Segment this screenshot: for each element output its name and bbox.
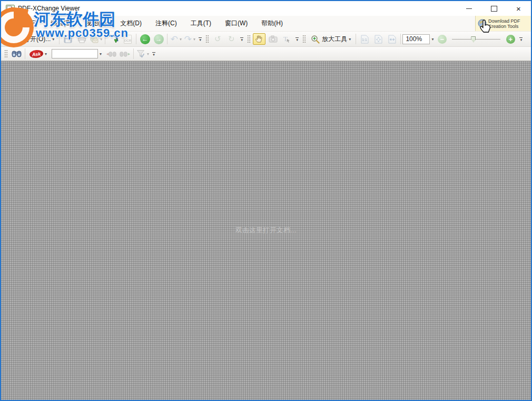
find-toolbar: Ask ▾ ▾ ◂ ▸ ▾ ▾ <box>1 46 531 61</box>
email-button: ▾ <box>89 33 103 45</box>
open-button[interactable]: 打开(O)... ▾ <box>10 33 57 45</box>
download-pdf-tools-button[interactable]: Download PDF Creation Tools <box>475 16 531 31</box>
document-area[interactable]: 双击这里打开文档... <box>1 61 531 400</box>
minimize-button[interactable] <box>457 1 481 16</box>
scan-import-button[interactable] <box>107 33 120 45</box>
toolbar-drag-handle[interactable] <box>247 35 251 43</box>
ask-logo-icon: Ask <box>29 49 43 58</box>
menu-tools[interactable]: 工具(T) <box>184 16 218 31</box>
ask-dropdown-icon[interactable]: ▾ <box>45 52 47 56</box>
search-input[interactable] <box>52 49 98 58</box>
binoculars-icon <box>109 51 116 57</box>
ask-search-provider-button[interactable]: Ask ▾ <box>27 48 49 60</box>
toolbar-overflow-button[interactable]: ▾ <box>152 52 155 56</box>
scan-import-icon <box>109 35 119 44</box>
open-button-label: 打开(O)... <box>24 35 51 44</box>
menu-help[interactable]: 帮助(H) <box>254 16 290 31</box>
empty-document-hint[interactable]: 双击这里打开文档... <box>235 226 297 235</box>
redo-dropdown-icon: ▾ <box>193 37 195 42</box>
filter-search-button: ▾ <box>136 48 150 60</box>
forward-icon: → <box>154 34 164 44</box>
search-next-arrow-icon: ▸ <box>128 51 131 56</box>
toolbar-overflow-button[interactable]: ▾ <box>199 37 202 41</box>
email-icon <box>90 35 98 43</box>
download-pdf-tools-label: Download PDF Creation Tools <box>488 18 520 29</box>
search-history-dropdown-icon[interactable]: ▾ <box>100 52 102 56</box>
open-dropdown-icon[interactable]: ▾ <box>52 37 54 42</box>
save-icon <box>64 35 72 43</box>
find-button[interactable] <box>10 48 23 60</box>
toolbar-drag-handle[interactable] <box>302 35 306 43</box>
zoom-in-button[interactable]: + <box>504 33 517 45</box>
zoom-level-dropdown-icon[interactable]: ▾ <box>431 37 434 42</box>
back-icon: ← <box>140 34 150 44</box>
close-icon: × <box>516 5 521 13</box>
menu-bar: 文件(F) 编辑(E) 视图(V) 文档(D) 注释(C) 工具(T) 窗口(W… <box>1 16 531 31</box>
app-icon <box>6 5 15 13</box>
menu-edit[interactable]: 编辑(E) <box>44 16 78 31</box>
menu-file[interactable]: 文件(F) <box>9 16 44 31</box>
binoculars-icon <box>12 50 22 57</box>
snapshot-button <box>267 33 279 45</box>
undo-icon: ↶ <box>171 34 178 45</box>
toolbar-separator <box>167 34 168 44</box>
menu-view[interactable]: 视图(V) <box>78 16 113 31</box>
zoom-level-combo[interactable]: 100% <box>402 34 430 44</box>
magnifier-plus-icon <box>311 35 320 44</box>
fit-page-icon <box>375 35 382 44</box>
search-previous-button: ◂ <box>105 48 117 60</box>
fit-width-button <box>386 33 398 45</box>
close-button[interactable]: × <box>506 1 531 16</box>
zoom-out-icon: − <box>438 35 447 44</box>
toolbar-drag-handle[interactable] <box>4 50 8 58</box>
zoom-tool-dropdown-icon[interactable]: ▾ <box>349 37 351 42</box>
print-button <box>75 33 88 45</box>
toolbar-overflow-button[interactable]: ▾ <box>519 37 523 41</box>
main-toolbar: 打开(O)... ▾ ▾ <box>1 31 531 46</box>
zoom-slider[interactable] <box>452 35 500 44</box>
window-controls: × <box>457 1 531 16</box>
hand-tool-button[interactable] <box>253 33 265 45</box>
go-forward-button: → <box>152 33 165 45</box>
open-folder-icon <box>13 35 22 43</box>
email-dropdown-icon: ▾ <box>100 37 102 42</box>
toolbar-overflow-button[interactable]: ▾ <box>295 37 299 41</box>
zoom-out-button[interactable]: − <box>436 33 448 45</box>
toolbar-separator <box>105 34 105 44</box>
zoom-tool-label: 放大工具 <box>322 35 347 44</box>
toolbar-overflow-button[interactable]: ▾ <box>240 37 243 41</box>
toolbar-drag-handle[interactable] <box>4 35 8 43</box>
go-back-button[interactable]: ← <box>139 33 151 45</box>
actual-size-button: 1:1 <box>358 33 371 45</box>
toolbar-separator <box>136 34 136 44</box>
menu-comments[interactable]: 注释(C) <box>149 16 184 31</box>
toolbar-separator <box>133 48 134 59</box>
undo-dropdown-icon: ▾ <box>180 37 182 42</box>
maximize-icon <box>491 6 497 12</box>
maximize-button[interactable] <box>481 1 506 16</box>
menu-window[interactable]: 窗口(W) <box>218 16 254 31</box>
toolbar-separator <box>59 34 60 44</box>
svg-text:1:1: 1:1 <box>362 38 367 42</box>
zoom-slider-thumb[interactable] <box>471 36 476 43</box>
zoom-slider-track <box>452 39 500 40</box>
zoom-level-value: 100% <box>406 35 422 43</box>
menu-document[interactable]: 文档(D) <box>113 16 149 31</box>
toolbar-separator <box>25 48 25 59</box>
minimize-icon <box>466 8 472 9</box>
redo-button: ↷ ▾ <box>183 33 196 45</box>
zoom-tool-button[interactable]: 放大工具 ▾ <box>308 33 353 45</box>
title-bar: PDF-XChange Viewer × <box>1 1 531 16</box>
rotate-cw-button: ↻ <box>225 33 238 45</box>
redo-icon: ↷ <box>184 34 192 45</box>
fit-page-button <box>372 33 385 45</box>
search-next-button: ▸ <box>119 48 131 60</box>
toolbar-drag-handle[interactable] <box>205 35 209 43</box>
toolbar-separator <box>400 34 401 44</box>
hand-tool-icon <box>255 35 263 43</box>
save-button <box>62 33 74 45</box>
filter-funnel-icon <box>136 50 145 58</box>
binoculars-icon <box>120 51 127 57</box>
toolbar-separator <box>356 34 356 44</box>
app-window: PDF-XChange Viewer × 文件(F) 编辑(E) 视图(V) 文… <box>0 0 532 401</box>
